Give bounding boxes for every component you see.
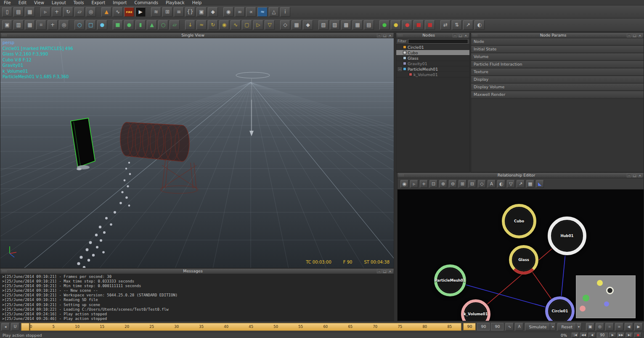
menu-import[interactable]: Import xyxy=(109,0,130,5)
panel-minimize-icon[interactable]: – xyxy=(627,173,631,177)
go-start-button[interactable]: |◀ xyxy=(572,333,579,338)
new-scene-icon[interactable]: ▯ xyxy=(2,7,12,17)
nodes-panel-header[interactable]: ∷∷ Nodes –□× xyxy=(396,33,469,38)
overview-toggle-icon[interactable]: ◣ xyxy=(536,180,544,188)
show-labels-icon[interactable]: A xyxy=(488,180,496,188)
simulate-button[interactable]: Simulate ▾ xyxy=(525,323,556,331)
menu-tools[interactable]: Tools xyxy=(70,0,88,5)
reset-to-initial-icon[interactable]: ▲ xyxy=(101,7,111,17)
play-button[interactable]: ▶ xyxy=(609,333,616,338)
emitter-square-icon[interactable]: □ xyxy=(86,20,96,30)
status-ok-icon[interactable]: ● xyxy=(379,20,390,30)
layout-quad-icon[interactable]: ▦ xyxy=(25,20,35,30)
play-backwards-button[interactable]: ◀ xyxy=(625,323,633,331)
cube-primitive-icon[interactable]: ■ xyxy=(113,20,123,30)
select-mode-icon[interactable]: ▹ xyxy=(410,180,418,188)
grid-toggle-icon[interactable]: ▦ xyxy=(526,180,534,188)
panel-minimize-icon[interactable]: – xyxy=(453,33,457,37)
panel-float-icon[interactable]: □ xyxy=(458,33,463,37)
color-by-type-icon[interactable]: ◐ xyxy=(497,180,505,188)
import-objects-icon[interactable]: ⇅ xyxy=(452,20,462,30)
mesh-standard-icon[interactable]: ◇ xyxy=(280,20,290,30)
param-section-particle-fluid-interaction[interactable]: Particle Fluid Interaction xyxy=(471,61,644,68)
graph-node-particlemesh01[interactable]: ParticleMesh01 xyxy=(434,264,466,296)
menu-commands[interactable]: Commands xyxy=(130,0,162,5)
menu-layout[interactable]: Layout xyxy=(48,0,70,5)
preferences-icon[interactable]: ◆ xyxy=(208,7,218,17)
auto-layout-icon[interactable]: ◇ xyxy=(478,180,486,188)
movie-player-icon[interactable]: ▶ xyxy=(135,7,146,17)
panel-close-icon[interactable]: × xyxy=(388,33,392,37)
remove-link-icon[interactable]: ⊖ xyxy=(449,180,457,188)
new-hub-icon[interactable]: ◉ xyxy=(400,180,408,188)
node-params-header[interactable]: ∷∷ Node Params –□× xyxy=(471,33,644,38)
auto-key-button[interactable]: A xyxy=(515,323,523,331)
expander-icon[interactable]: − xyxy=(398,67,402,71)
reset-dropdown-caret[interactable]: ▾ xyxy=(576,323,581,330)
timeline-cursor[interactable] xyxy=(29,323,30,330)
select-tool-icon[interactable]: ▹ xyxy=(40,7,50,17)
panel-grip-icon[interactable]: ∷∷ xyxy=(471,34,480,37)
step-forward-button[interactable]: ▶▶ xyxy=(617,333,625,338)
loop-playback-icon[interactable]: ∞ xyxy=(615,323,623,331)
curve-view-button[interactable]: ∿ xyxy=(505,323,514,331)
cone-primitive-icon[interactable]: ▲ xyxy=(147,20,157,30)
graph-node-glass[interactable]: Glass xyxy=(509,245,538,275)
graph-editor-icon[interactable]: ⊞ xyxy=(162,7,172,17)
emitter-sphere-icon[interactable]: ● xyxy=(97,20,107,30)
fire-preview-icon[interactable]: FIRE xyxy=(124,7,134,17)
node-row-gravity01[interactable]: Gravity01 xyxy=(396,61,469,66)
mesh-grid-icon[interactable]: ▦ xyxy=(292,20,302,30)
object-cube4-icon[interactable]: ▦ xyxy=(352,20,363,30)
info-icon[interactable]: i xyxy=(280,7,290,17)
status-frame-field[interactable]: 90 xyxy=(597,333,608,338)
relationship-canvas[interactable]: CuboHub01GlassParticleMesh01k_Volume01Ci… xyxy=(398,190,644,321)
panel-float-icon[interactable]: □ xyxy=(632,33,637,37)
relationship-editor-header[interactable]: ∷∷ Relationship Editor –□× xyxy=(398,173,644,178)
open-scene-icon[interactable]: ▤ xyxy=(13,7,24,17)
object-cube5-icon[interactable]: ▤ xyxy=(364,20,374,30)
show-axis-icon[interactable]: + xyxy=(48,20,58,30)
object-cube2-icon[interactable]: ▨ xyxy=(330,20,340,30)
frame-all-icon[interactable]: ⊡ xyxy=(429,180,437,188)
pan-mode-icon[interactable]: + xyxy=(420,180,428,188)
param-section-display[interactable]: Display xyxy=(471,76,644,83)
wind-daemon-icon[interactable]: ≈ xyxy=(196,20,207,30)
local-links-icon[interactable]: ∝ xyxy=(246,7,256,17)
node-row-k-volume01[interactable]: k_Volume01 xyxy=(396,72,469,77)
timeline-units-button[interactable]: U xyxy=(11,323,19,331)
k-speed-daemon-icon[interactable]: ▷ xyxy=(253,20,263,30)
panel-grip-icon[interactable]: ∷∷ xyxy=(0,34,9,37)
hub-icon[interactable]: ◉ xyxy=(223,7,233,17)
add-link-icon[interactable]: ⊕ xyxy=(439,180,447,188)
frame-field-1[interactable]: 90 xyxy=(477,323,490,330)
move-tool-icon[interactable]: + xyxy=(52,7,62,17)
vortex-daemon-icon[interactable]: ↻ xyxy=(208,20,218,30)
graph-node-hub01[interactable]: Hub01 xyxy=(548,217,586,255)
messages-panel-header[interactable]: ∷∷ Messages –□× xyxy=(0,269,394,274)
water-layer-icon[interactable]: ≈ xyxy=(257,7,268,17)
graph-node-cubo[interactable]: Cubo xyxy=(502,204,536,238)
python-script-icon[interactable]: {} xyxy=(185,7,195,17)
particle-mesh-icon[interactable]: ◆ xyxy=(303,20,313,30)
panel-close-icon[interactable]: × xyxy=(464,33,468,37)
param-section-maxwell-render[interactable]: Maxwell Render xyxy=(471,91,644,98)
plane-primitive-icon[interactable]: ▱ xyxy=(170,20,180,30)
curve-editor-icon[interactable]: ∿ xyxy=(113,7,123,17)
record-preview-icon[interactable]: ■ xyxy=(425,20,435,30)
rotate-tool-icon[interactable]: ↻ xyxy=(63,7,73,17)
timeline-mode-button[interactable]: ◂ xyxy=(1,323,10,331)
panel-float-icon[interactable]: □ xyxy=(632,173,637,177)
lock-view-icon[interactable]: ▣ xyxy=(586,323,594,331)
gravity-daemon-icon[interactable]: ↓ xyxy=(185,20,195,30)
panel-minimize-icon[interactable]: – xyxy=(627,33,631,37)
mesh-build-icon[interactable]: △ xyxy=(269,7,279,17)
node-row-glass[interactable]: Glass xyxy=(396,55,469,61)
menu-help[interactable]: Help xyxy=(188,0,206,5)
status-warning-icon[interactable]: ● xyxy=(391,20,401,30)
end-frame-field[interactable]: 90 xyxy=(463,323,476,330)
layout-split-icon[interactable]: ▥ xyxy=(13,20,24,30)
k-volume-daemon-icon[interactable]: ▢ xyxy=(242,20,252,30)
send-to-maxwell-icon[interactable]: ↗ xyxy=(463,20,473,30)
record-cache-icon[interactable]: ■ xyxy=(413,20,424,30)
